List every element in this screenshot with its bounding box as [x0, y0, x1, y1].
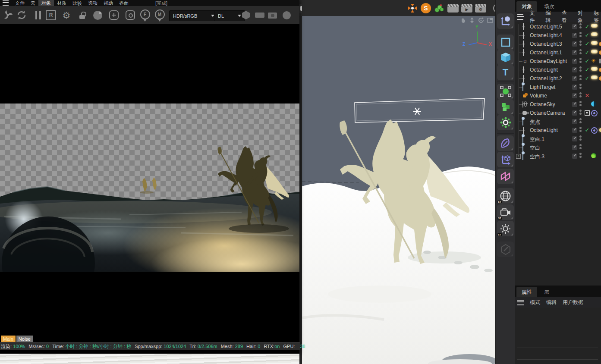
generator-tool-icon[interactable] — [497, 84, 514, 99]
object-row[interactable]: 焦点 — [515, 117, 601, 126]
octane-menu-compare[interactable]: 比较 — [69, 0, 85, 6]
render-play-icon[interactable]: ▶ — [461, 4, 472, 13]
octane-sky-tool-icon[interactable]: ST — [497, 188, 514, 204]
object-name[interactable]: OctaneLight.1 — [530, 50, 562, 56]
visibility-dots[interactable] — [579, 23, 582, 29]
edit-toggle-icon[interactable] — [572, 102, 577, 107]
visibility-dots[interactable] — [579, 110, 582, 116]
camera-icon[interactable] — [267, 10, 279, 20]
disabled-cross-icon[interactable] — [585, 92, 590, 99]
octane-target-icon[interactable] — [407, 3, 418, 13]
object-name[interactable]: 焦点 — [530, 119, 540, 126]
zoom-icon[interactable] — [469, 17, 475, 23]
light-tag-icon[interactable] — [591, 50, 598, 53]
object-row[interactable]: OctaneLight.5 — [515, 22, 601, 31]
object-name[interactable]: OctaneCamera — [530, 110, 565, 116]
hamburger-icon[interactable] — [517, 300, 524, 305]
attr-menu-edit[interactable]: 编辑 — [546, 299, 557, 306]
octane-menu-objects[interactable]: 对象 — [38, 0, 54, 6]
object-row[interactable]: OctaneLight.1 — [515, 48, 601, 57]
octane-menu-help[interactable]: 帮助 — [101, 0, 116, 6]
material-picker-icon[interactable]: M — [154, 10, 166, 20]
attr-menu-mode[interactable]: 模式 — [530, 299, 540, 306]
region-render-icon[interactable]: R — [45, 10, 57, 20]
edit-toggle-icon[interactable] — [572, 24, 577, 29]
hexagon-material-icon[interactable] — [240, 10, 252, 20]
visibility-dots[interactable] — [579, 118, 582, 124]
pause-render-icon[interactable] — [32, 10, 44, 20]
object-name[interactable]: OctaneLight — [530, 67, 558, 73]
om-menu-tags[interactable]: 标签 — [594, 9, 601, 24]
edit-toggle-icon[interactable] — [572, 85, 577, 90]
visibility-dots[interactable] — [579, 49, 582, 55]
sphere-tag-icon[interactable] — [591, 153, 596, 158]
render-view-icon[interactable] — [447, 4, 459, 13]
enabled-check-icon[interactable] — [585, 41, 590, 47]
add-object-icon[interactable] — [108, 10, 120, 20]
octane-menu-interface[interactable]: 界面 — [116, 0, 132, 6]
octane-camera-tool-icon[interactable]: ST — [497, 204, 514, 220]
object-name[interactable]: 空白 — [530, 144, 540, 152]
expand-icon[interactable]: + — [516, 154, 521, 159]
hamburger-icon[interactable] — [517, 14, 523, 20]
target-tag-icon[interactable] — [591, 110, 598, 116]
visibility-dots[interactable] — [579, 135, 582, 141]
spline-pen-tool-icon[interactable] — [497, 135, 514, 151]
toggle-views-icon[interactable] — [487, 17, 494, 23]
light-tag-icon[interactable] — [591, 32, 598, 36]
tab-layers[interactable]: 层 — [539, 287, 554, 297]
array-tool-icon[interactable] — [497, 99, 514, 115]
focus-picker-icon[interactable]: F — [139, 10, 151, 20]
instance-axis-tool-icon[interactable] — [497, 152, 514, 167]
light-tag-icon[interactable] — [591, 41, 598, 45]
edit-toggle-icon[interactable] — [572, 119, 577, 124]
tab-attributes[interactable]: 属性 — [516, 287, 537, 297]
om-menu-file[interactable]: 文件 — [529, 9, 539, 24]
enabled-check-icon[interactable] — [585, 58, 590, 64]
object-row[interactable]: Volume — [515, 91, 601, 100]
octane-menu-cloud[interactable]: 云 — [28, 0, 38, 6]
visibility-dots[interactable] — [579, 153, 582, 159]
camera-focus-icon[interactable] — [585, 110, 590, 116]
object-row[interactable]: OctaneLight — [515, 66, 601, 74]
pan-hand-icon[interactable] — [459, 17, 466, 23]
settings-gear-icon[interactable] — [60, 10, 72, 20]
viewport-canvas[interactable]: Y Z X — [302, 16, 495, 364]
om-menu-edit[interactable]: 编辑 — [546, 9, 556, 24]
octane-logo-icon[interactable] — [2, 10, 14, 20]
visibility-dots[interactable] — [579, 144, 582, 150]
object-picker-icon[interactable] — [124, 10, 136, 20]
visibility-dots[interactable] — [579, 84, 582, 90]
object-name[interactable]: OctaneLight.3 — [530, 41, 562, 47]
object-row[interactable]: OctaneLight.2 — [515, 74, 601, 83]
light-tag-icon[interactable] — [591, 67, 598, 71]
hamburger-icon[interactable] — [3, 0, 9, 6]
om-menu-view[interactable]: 查看 — [562, 9, 572, 24]
tab-noise-pass[interactable]: Noise — [16, 336, 33, 342]
enabled-check-icon[interactable] — [585, 75, 590, 82]
enabled-check-icon[interactable] — [585, 127, 590, 133]
edit-toggle-icon[interactable] — [572, 128, 577, 133]
object-row[interactable]: OctaneCamera — [515, 109, 601, 117]
deformer-tool-icon[interactable] — [497, 115, 514, 130]
object-row[interactable]: OctaneSky — [515, 100, 601, 109]
visibility-dots[interactable] — [579, 75, 582, 81]
visibility-dots[interactable] — [579, 101, 582, 107]
colorspace-select[interactable]: HDR/sRGB — [169, 10, 218, 21]
edit-toggle-icon[interactable] — [572, 50, 577, 55]
octane-menu-materials[interactable]: 材质 — [54, 0, 69, 6]
null-object-tool-icon[interactable] — [497, 13, 514, 29]
object-name[interactable]: OctaneLight.2 — [530, 75, 562, 82]
object-row[interactable]: OctaneLight — [515, 126, 601, 135]
visibility-dots[interactable] — [579, 58, 582, 64]
text-tool-icon[interactable]: T — [497, 65, 514, 80]
enabled-check-icon[interactable] — [585, 66, 590, 73]
object-name[interactable]: OctaneLight — [530, 127, 558, 133]
object-name[interactable]: OctaneLight.4 — [530, 32, 562, 38]
visibility-dots[interactable] — [579, 32, 582, 38]
edit-toggle-icon[interactable] — [572, 110, 577, 116]
attr-menu-userdata[interactable]: 用户数据 — [563, 299, 583, 306]
object-row[interactable]: OctaneDayLight — [515, 57, 601, 66]
tab-main-pass[interactable]: Main — [1, 336, 16, 342]
om-menu-object[interactable]: 对象 — [578, 9, 588, 24]
